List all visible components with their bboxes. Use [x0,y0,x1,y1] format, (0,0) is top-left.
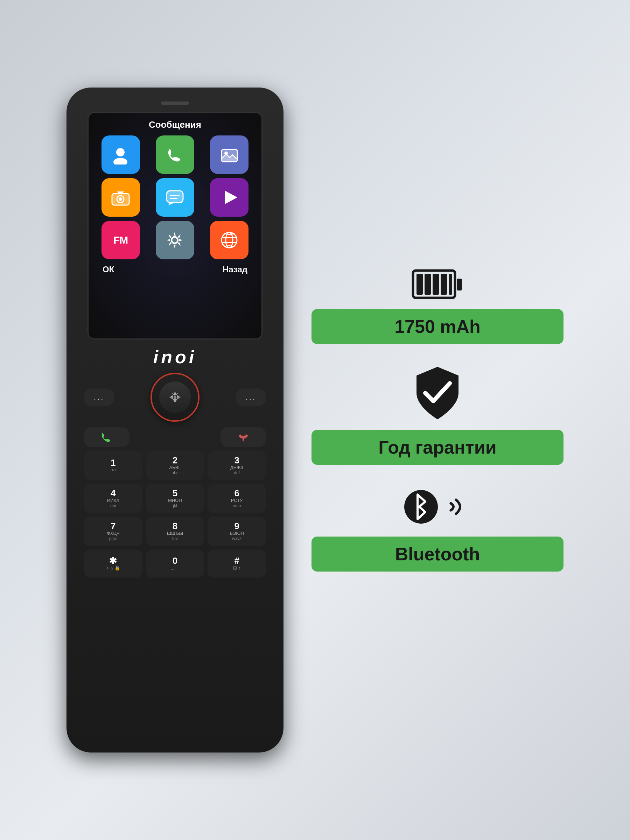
battery-feature: 1750 mAh [311,269,564,344]
num-grid: 1 ○○ 2 АБВГ abc 3 ДЕЖЗ def 4 ИЙКЛ ghi [84,451,266,578]
svg-rect-6 [112,194,129,205]
shield-svg [413,365,462,421]
icon-contacts [101,136,140,174]
icon-browser [210,221,248,259]
svg-rect-39 [449,274,452,295]
shield-icon-area [311,365,564,421]
bluetooth-label: Bluetooth [311,537,564,572]
key-7[interactable]: 7 ФХЦЧ pqrs [84,516,142,546]
svg-rect-10 [167,191,183,203]
func-right-button[interactable]: ... [236,388,266,406]
battery-label: 1750 mAh [311,309,564,344]
icon-phone [156,136,194,174]
svg-rect-3 [221,150,237,162]
icon-messages [156,178,194,217]
end-call-button[interactable] [221,427,266,447]
svg-point-16 [172,237,178,243]
svg-rect-35 [417,274,423,295]
key-4[interactable]: 4 ИЙКЛ ghi [84,484,142,513]
icon-video [210,178,248,217]
softkey-right: Назад [223,265,248,275]
svg-point-4 [224,152,228,155]
svg-rect-28 [174,398,176,399]
svg-line-30 [177,393,178,394]
bluetooth-icon-wrapper [404,486,472,528]
bluetooth-feature: Bluetooth [311,486,564,572]
key-5[interactable]: 5 МНОП jkl [146,484,204,513]
svg-rect-32 [243,439,244,441]
key-star[interactable]: ✱ + ⌂ 🔒 [84,549,142,578]
battery-icon-area [311,269,564,300]
call-row [84,427,266,447]
dpad-inner [159,382,191,413]
phone-brand: inoi [153,346,197,368]
key-1[interactable]: 1 ○○ [84,451,142,480]
svg-rect-38 [441,274,447,295]
key-9[interactable]: 9 ЬЭЮЯ wxyz [208,516,266,546]
icon-fm: FM [101,221,140,259]
svg-point-8 [117,196,124,203]
svg-line-31 [172,393,173,394]
screen-icons: FM [88,136,261,259]
svg-marker-7 [117,191,124,194]
keypad: ... [77,373,273,578]
svg-rect-37 [433,274,439,295]
svg-rect-5 [112,194,129,205]
function-row: ... [84,373,266,422]
icon-gallery [210,136,248,174]
icon-camera [101,178,140,217]
svg-point-0 [116,148,125,156]
key-hash[interactable]: # ⊞ ↑ [208,549,266,578]
key-2[interactable]: 2 АБВГ abc [146,451,204,480]
phone-screen: Сообщения [87,112,262,339]
svg-point-9 [118,197,122,201]
svg-point-40 [404,490,438,524]
key-3[interactable]: 3 ДЕЖЗ def [208,451,266,480]
screen-title: Сообщения [88,113,261,136]
svg-rect-34 [457,279,462,291]
bluetooth-icon-area [311,486,564,528]
svg-rect-36 [425,274,431,295]
svg-rect-11 [167,191,183,203]
dpad[interactable] [150,373,199,422]
svg-point-17 [221,232,237,248]
icon-settings [156,221,194,259]
softkey-left: ОК [103,265,114,275]
key-8[interactable]: 8 ШЩЪЫ tuv [146,516,204,546]
phone: Сообщения [66,87,284,753]
svg-rect-2 [221,150,237,162]
call-button[interactable] [84,427,129,447]
svg-point-18 [226,232,233,248]
guarantee-feature: Год гарантии [311,365,564,465]
svg-marker-14 [225,191,237,204]
screen-softkeys: ОК Назад [88,259,261,279]
phone-speaker [161,101,189,105]
sound-waves-svg [447,493,472,521]
right-panel: 1750 mAh Год гарантии [311,269,564,572]
svg-point-1 [114,158,127,164]
key-6[interactable]: 6 РСТУ mno [208,484,266,513]
main-container: Сообщения [17,17,613,823]
guarantee-label: Год гарантии [311,430,564,465]
bluetooth-svg [404,486,439,528]
battery-svg [411,269,464,300]
func-left-button[interactable]: ... [84,388,114,406]
svg-point-15 [172,237,178,243]
key-0[interactable]: 0 ⎵ ⎸ [146,549,204,578]
